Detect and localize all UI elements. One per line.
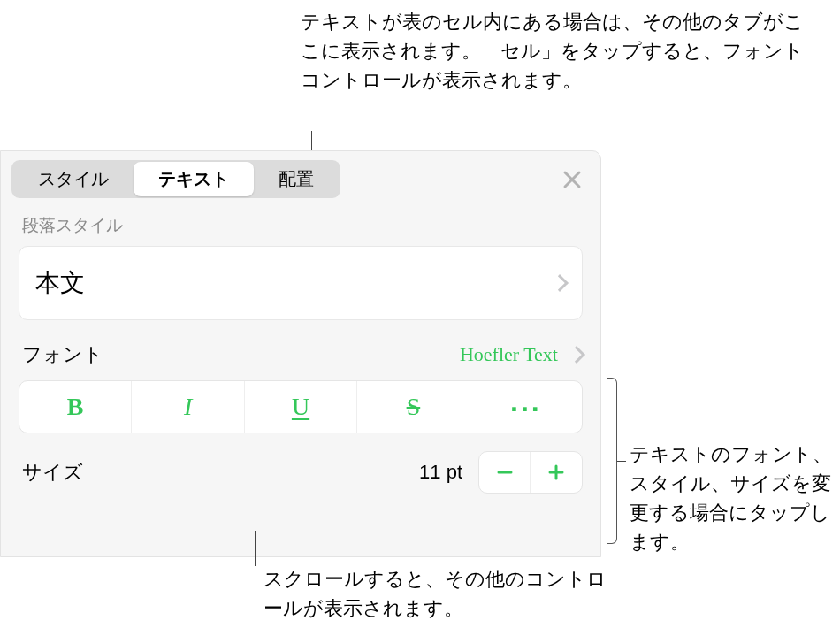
size-label: サイズ	[22, 459, 83, 486]
close-button[interactable]	[554, 162, 590, 197]
pointer-line	[617, 461, 626, 462]
size-decrease-button[interactable]	[479, 452, 531, 493]
size-stepper	[478, 451, 583, 494]
paragraph-style-row[interactable]: 本文	[19, 246, 583, 320]
paragraph-style-value: 本文	[35, 266, 85, 300]
pointer-line	[255, 531, 256, 566]
annotation-font-controls: テキストのフォント、スタイル、サイズを変更する場合にタップします。	[630, 440, 833, 556]
italic-button[interactable]: I	[132, 381, 244, 433]
size-value: 11 pt	[419, 461, 462, 484]
paragraph-style-label: 段落スタイル	[1, 198, 600, 246]
bold-button[interactable]: B	[19, 381, 132, 433]
font-value: Hoefler Text	[460, 343, 558, 366]
more-button[interactable]: ···	[470, 381, 582, 433]
strikethrough-button[interactable]: S	[357, 381, 470, 433]
annotation-tabs: テキストが表のセル内にある場合は、その他のタブがここに表示されます。「セル」をタ…	[301, 7, 805, 95]
size-increase-button[interactable]	[531, 452, 582, 493]
panel-top: スタイル テキスト 配置	[1, 151, 600, 198]
tab-arrange[interactable]: 配置	[254, 162, 339, 196]
close-icon	[562, 170, 582, 189]
font-row[interactable]: フォント Hoefler Text	[1, 320, 600, 380]
tabs: スタイル テキスト 配置	[11, 160, 340, 198]
tab-style[interactable]: スタイル	[13, 162, 134, 196]
chevron-right-icon	[551, 274, 569, 292]
underline-button[interactable]: U	[245, 381, 357, 433]
font-label: フォント	[22, 341, 103, 368]
bracket-right	[607, 378, 617, 544]
size-row: サイズ 11 pt	[1, 433, 600, 494]
style-buttons: B I U S ···	[19, 380, 583, 433]
tab-text[interactable]: テキスト	[134, 162, 254, 196]
plus-icon	[548, 464, 564, 480]
text-format-panel: スタイル テキスト 配置 段落スタイル 本文 フォント Hoefler Text…	[0, 150, 601, 557]
minus-icon	[497, 464, 513, 480]
chevron-right-icon	[568, 346, 585, 364]
annotation-scroll: スクロールすると、その他のコントロールが表示されます。	[263, 564, 617, 623]
